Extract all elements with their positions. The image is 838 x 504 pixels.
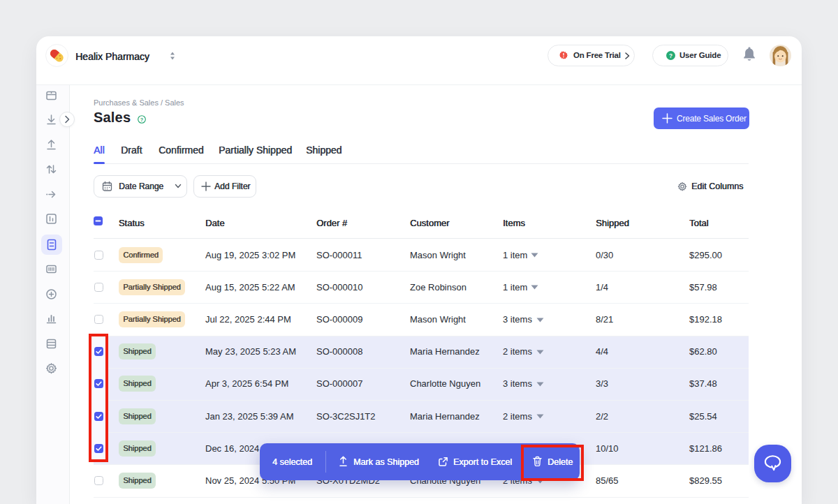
svg-text:?: ?: [140, 117, 144, 123]
svg-text:?: ?: [669, 53, 672, 59]
